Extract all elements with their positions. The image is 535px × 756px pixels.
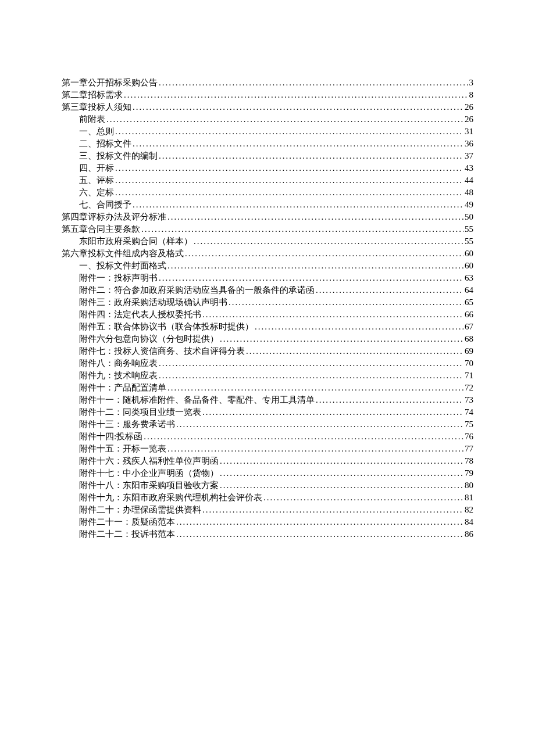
toc-entry-page: 70 — [465, 357, 473, 370]
toc-leader-dots — [159, 150, 463, 162]
toc-entry-label: 附件十：产品配置清单 — [79, 382, 166, 394]
toc-entry-page: 77 — [465, 443, 473, 455]
toc-entry-page: 76 — [465, 431, 473, 443]
toc-entry-label: 二、招标文件 — [79, 138, 131, 150]
toc-entry: 第六章投标文件组成内容及格式60 — [62, 248, 473, 260]
toc-leader-dots — [220, 333, 463, 345]
toc-leader-dots — [220, 455, 463, 467]
toc-entry-label: 附件二十一：质疑函范本 — [79, 516, 175, 528]
toc-entry: 附件十三：服务费承诺书75 — [62, 418, 473, 431]
toc-entry: 附件二十二：投诉书范本86 — [62, 528, 473, 540]
toc-entry-page: 67 — [465, 321, 473, 333]
toc-entry-label: 第一章公开招标采购公告 — [62, 77, 158, 89]
toc-leader-dots — [176, 516, 463, 528]
toc-entry-page: 8 — [469, 89, 474, 101]
toc-entry-page: 79 — [465, 467, 473, 479]
toc-entry: 附件一：投标声明书63 — [62, 272, 473, 284]
toc-entry-label: 附件二十二：投诉书范本 — [79, 528, 175, 540]
toc-entry-page: 71 — [465, 370, 473, 382]
toc-entry-page: 74 — [465, 406, 473, 418]
toc-leader-dots — [229, 296, 463, 309]
toc-entry-label: 附件四：法定代表人授权委托书 — [79, 309, 201, 321]
toc-entry-label: 附件十七：中小企业声明函（货物） — [79, 467, 219, 479]
toc-entry-label: 附件十九：东阳市政府采购代理机构社会评价表 — [79, 492, 262, 504]
toc-entry-label: 一、总则 — [79, 126, 114, 138]
toc-entry-page: 50 — [465, 211, 473, 223]
toc-leader-dots — [255, 321, 463, 333]
toc-entry: 附件七：投标人资信商务、技术自评得分表69 — [62, 345, 473, 357]
toc-entry: 附件九：技术响应表71 — [62, 370, 473, 382]
toc-entry-label: 附件十二：同类项目业绩一览表 — [79, 406, 201, 418]
toc-leader-dots — [144, 431, 463, 443]
toc-entry-page: 69 — [465, 345, 473, 357]
toc-entry-page: 60 — [465, 260, 473, 272]
toc-entry-page: 26 — [465, 101, 473, 113]
toc-entry-label: 附件十六：残疾人福利性单位声明函 — [79, 455, 219, 467]
toc-entry: 附件十四:投标函76 — [62, 431, 473, 443]
toc-leader-dots — [124, 89, 468, 101]
toc-entry-page: 82 — [465, 504, 473, 516]
toc-leader-dots — [246, 345, 463, 357]
toc-entry-label: 三、投标文件的编制 — [79, 150, 158, 162]
toc-entry-page: 84 — [465, 516, 473, 528]
toc-entry: 第四章评标办法及评分标准50 — [62, 211, 473, 223]
toc-entry-page: 80 — [465, 479, 473, 492]
toc-entry: 附件二十一：质疑函范本84 — [62, 516, 473, 528]
toc-entry: 附件十五：开标一览表77 — [62, 443, 473, 455]
toc-entry-page: 49 — [465, 199, 473, 211]
toc-entry-page: 75 — [465, 418, 473, 431]
toc-leader-dots — [176, 528, 463, 540]
toc-leader-dots — [115, 126, 463, 138]
toc-entry: 附件十八：东阳市采购项目验收方案80 — [62, 479, 473, 492]
toc-entry-label: 六、定标 — [79, 187, 114, 199]
toc-entry: 第五章合同主要条款55 — [62, 223, 473, 235]
toc-entry: 附件十九：东阳市政府采购代理机构社会评价表81 — [62, 492, 473, 504]
toc-entry: 附件八：商务响应表70 — [62, 357, 473, 370]
toc-entry: 第一章公开招标采购公告3 — [62, 77, 473, 89]
toc-entry: 五、评标44 — [62, 174, 473, 187]
toc-entry-label: 第六章投标文件组成内容及格式 — [62, 248, 184, 260]
table-of-contents: 第一章公开招标采购公告3第二章招标需求8第三章投标人须知26前附表26一、总则3… — [62, 77, 473, 540]
toc-entry: 附件三：政府采购活动现场确认声明书65 — [62, 296, 473, 309]
toc-leader-dots — [202, 406, 463, 418]
toc-entry-label: 东阳市政府采购合同（样本） — [79, 235, 192, 248]
toc-entry: 前附表26 — [62, 113, 473, 126]
toc-entry-label: 附件九：技术响应表 — [79, 370, 158, 382]
toc-entry-label: 附件十一：随机标准附件、备品备件、零配件、专用工具清单 — [79, 394, 315, 406]
toc-entry-label: 前附表 — [79, 113, 105, 126]
toc-entry-page: 64 — [465, 284, 473, 296]
toc-leader-dots — [133, 101, 463, 113]
toc-leader-dots — [141, 223, 463, 235]
toc-leader-dots — [159, 272, 463, 284]
toc-entry: 附件十一：随机标准附件、备品备件、零配件、专用工具清单73 — [62, 394, 473, 406]
toc-leader-dots — [167, 382, 463, 394]
toc-entry-label: 附件六分包意向协议（分包时提供） — [79, 333, 219, 345]
toc-entry: 第二章招标需求8 — [62, 89, 473, 101]
toc-entry-page: 48 — [465, 187, 473, 199]
toc-leader-dots — [115, 187, 463, 199]
toc-entry-page: 66 — [465, 309, 473, 321]
toc-entry-label: 四、开标 — [79, 162, 114, 174]
toc-entry: 东阳市政府采购合同（样本）55 — [62, 235, 473, 248]
toc-entry-label: 五、评标 — [79, 174, 114, 187]
toc-entry-page: 3 — [469, 77, 474, 89]
toc-entry-page: 65 — [465, 296, 473, 309]
toc-leader-dots — [159, 357, 463, 370]
toc-entry-label: 第五章合同主要条款 — [62, 223, 140, 235]
toc-leader-dots — [167, 211, 463, 223]
toc-entry-page: 68 — [465, 333, 473, 345]
toc-entry-page: 63 — [465, 272, 473, 284]
toc-leader-dots — [115, 174, 463, 187]
toc-entry: 附件十七：中小企业声明函（货物）79 — [62, 467, 473, 479]
toc-entry: 附件六分包意向协议（分包时提供）68 — [62, 333, 473, 345]
toc-entry-page: 81 — [465, 492, 473, 504]
toc-leader-dots — [263, 492, 463, 504]
toc-leader-dots — [106, 113, 463, 126]
toc-entry-label: 第二章招标需求 — [62, 89, 123, 101]
toc-leader-dots — [316, 394, 463, 406]
toc-entry-label: 第三章投标人须知 — [62, 101, 131, 113]
toc-entry-page: 43 — [465, 162, 473, 174]
toc-entry: 二、招标文件36 — [62, 138, 473, 150]
toc-entry: 附件四：法定代表人授权委托书66 — [62, 309, 473, 321]
toc-entry-label: 附件三：政府采购活动现场确认声明书 — [79, 296, 227, 309]
